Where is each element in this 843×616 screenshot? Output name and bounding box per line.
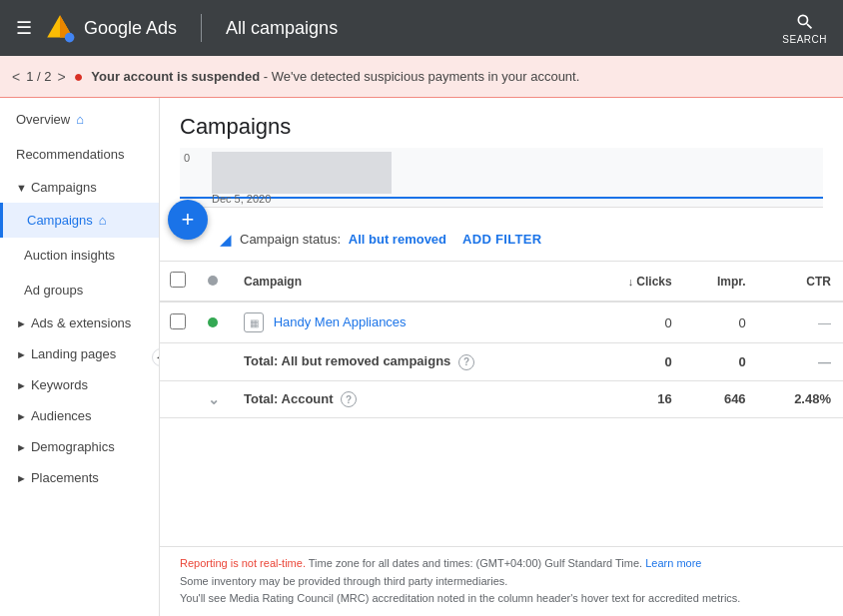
sidebar-item-landing-pages[interactable]: ► Landing pages [0,338,159,369]
expand-arrow-icon: ► [16,441,27,453]
alert-next-button[interactable]: > [57,69,65,85]
sidebar-item-campaigns[interactable]: Campaigns ⌂ [0,203,159,238]
header-checkbox-cell [160,262,196,302]
footer-not-realtime: Reporting is not real-time. [180,557,306,569]
header-clicks[interactable]: ↓Clicks [589,262,684,302]
sort-icon: ↓ [628,276,634,288]
header-impr[interactable]: Impr. [684,262,758,302]
sidebar-item-label: Campaigns [27,213,93,228]
sidebar-group-label: Ads & extensions [31,315,131,330]
expand-arrow-icon: ► [16,348,27,360]
sidebar-item-ad-groups[interactable]: Ad groups [0,273,159,308]
alert-bar: < 1 / 2 > ● Your account is suspended - … [0,56,843,98]
table-row: ▦ Handy Men Appliances 0 0 — [160,302,843,343]
sidebar-group-label: Landing pages [31,346,116,361]
sidebar-item-ads-extensions[interactable]: ► Ads & extensions [0,308,159,338]
search-icon [795,12,815,32]
expand-arrow-icon: ▼ [16,182,27,194]
filter-label: Campaign status: All but removed [240,232,446,247]
header-divider [201,14,202,42]
chart-x-label: Dec 5, 2020 [212,193,271,205]
alert-warning-icon: ● [74,68,84,86]
expand-arrow-icon: ► [16,472,27,484]
alert-bold-text: Your account is suspended [91,69,260,84]
alert-prev-button[interactable]: < [12,69,20,85]
header: ☰ Google Ads All campaigns SEARCH [0,0,843,56]
row-checkbox-cell [160,302,196,343]
sidebar-item-recommendations[interactable]: Recommendations [0,137,159,172]
total-account-label: Total: Account [244,391,334,406]
table-header-row: Campaign ↓Clicks Impr. CTR [160,262,843,302]
header-ctr[interactable]: CTR [758,262,843,302]
add-filter-button[interactable]: ADD FILTER [462,232,541,247]
home-icon: ⌂ [76,112,84,127]
sidebar-group-label: Keywords [31,377,88,392]
footer-timezone: Time zone for all dates and times: (GMT+… [309,557,645,569]
sidebar-item-label: Recommendations [16,147,124,162]
menu-icon[interactable]: ☰ [16,17,32,39]
filter-label-text: Campaign status: [240,232,341,247]
campaigns-page-title: Campaigns [160,98,843,148]
help-icon-account[interactable]: ? [341,391,357,407]
select-all-checkbox[interactable] [170,272,186,288]
campaigns-table: Campaign ↓Clicks Impr. CTR [160,262,843,418]
row-checkbox[interactable] [170,313,186,329]
total-removed-row: Total: All but removed campaigns ? 0 0 — [160,343,843,381]
expand-arrow-icon: ► [16,379,27,391]
sidebar-item-audiences[interactable]: ► Audiences [0,400,159,431]
total-removed-impr: 0 [684,343,758,381]
sidebar-item-keywords[interactable]: ► Keywords [0,369,159,400]
help-icon[interactable]: ? [458,354,474,370]
total-account-clicks: 16 [589,380,684,418]
footer-line3: You'll see Media Rating Council (MRC) ac… [180,590,823,608]
footer-learn-more-link[interactable]: Learn more [645,557,701,569]
total-account-label-cell: Total: Account ? [232,380,589,418]
footer-line1: Reporting is not real-time. Time zone fo… [180,555,823,573]
sidebar-group-label: Campaigns [31,180,97,195]
footer-line2: Some inventory may be provided through t… [180,573,823,591]
alert-navigation: < 1 / 2 > [12,69,66,85]
expand-account-icon[interactable]: ⌄ [208,391,220,407]
sidebar-item-label: Overview [16,112,70,127]
page-title-header: All campaigns [226,18,770,39]
chart-bar [212,152,392,194]
filter-funnel-icon: ◢ [220,231,232,249]
sidebar-item-label: Auction insights [24,248,115,263]
status-active-icon [208,317,218,327]
svg-point-2 [65,33,75,43]
sidebar-item-campaigns-group[interactable]: ▼ Campaigns [0,172,159,203]
total-account-row: ⌄ Total: Account ? 16 646 2.48% [160,380,843,418]
sidebar-item-overview[interactable]: Overview ⌂ [0,102,159,137]
chart-y-label: 0 [184,152,190,164]
row-ctr: — [758,302,843,343]
sidebar-item-auction-insights[interactable]: Auction insights [0,238,159,273]
filter-status-value[interactable]: All but removed [349,232,446,247]
expand-arrow-icon: ► [16,317,27,329]
row-campaign-name-cell: ▦ Handy Men Appliances [232,302,589,343]
filter-bar-row: + ◢ Campaign status: All but removed ADD… [160,218,843,262]
sidebar: Overview ⌂ Recommendations ▼ Campaigns C… [0,98,160,616]
sidebar-item-placements[interactable]: ► Placements [0,462,159,493]
chart-trend-line [180,197,823,199]
sidebar-item-demographics[interactable]: ► Demographics [0,431,159,462]
expand-arrow-icon: ► [16,410,27,422]
status-indicator-icon [208,276,218,286]
total-removed-ctr: — [758,343,843,381]
footer: Reporting is not real-time. Time zone fo… [160,546,843,616]
home-icon: ⌂ [99,213,107,228]
sidebar-group-label: Demographics [31,439,115,454]
google-ads-logo-icon [44,12,76,44]
add-campaign-fab[interactable]: + [168,200,208,240]
plus-icon: + [182,209,195,231]
alert-count: 1 / 2 [26,69,51,84]
total-removed-clicks: 0 [589,343,684,381]
row-clicks: 0 [589,302,684,343]
header-campaign[interactable]: Campaign [232,262,589,302]
campaign-name-link[interactable]: Handy Men Appliances [274,314,407,329]
row-impr: 0 [684,302,758,343]
campaigns-table-wrapper: Campaign ↓Clicks Impr. CTR [160,262,843,546]
total-removed-label: Total: All but removed campaigns [244,353,450,368]
chart-area: 0 Dec 5, 2020 [160,148,843,218]
search-button[interactable]: SEARCH [782,12,827,45]
header-status [196,262,232,302]
